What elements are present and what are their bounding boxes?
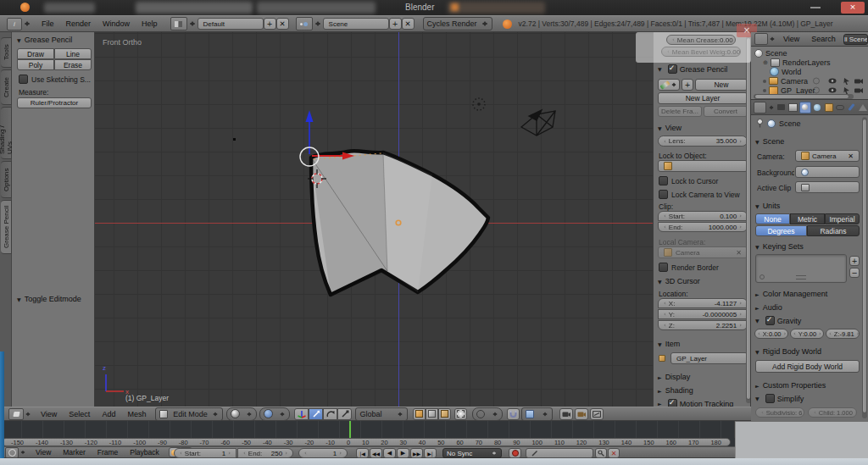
ruler-protractor-button[interactable]: Ruler/Protractor: [17, 97, 92, 108]
viewport-3d[interactable]: z x Front Ortho (1) GP_Layer: [95, 32, 653, 407]
camera-restriction-icons[interactable]: [812, 77, 863, 85]
scene-field[interactable]: Scene: [323, 18, 389, 30]
clip-start-field[interactable]: Start:0.100: [658, 211, 748, 221]
prop-custom-header[interactable]: Custom Properties: [755, 381, 826, 390]
np-gp-brush-dropdown[interactable]: [658, 79, 680, 91]
blurred-tab[interactable]: [136, 2, 253, 14]
frame-end-field[interactable]: End:250: [237, 448, 293, 458]
blurred-tab[interactable]: [448, 2, 545, 14]
lock-to-cursor-row[interactable]: Lock to Cursor: [659, 176, 718, 185]
background-set-field[interactable]: [795, 166, 860, 178]
np-gp-add-button[interactable]: +: [682, 79, 693, 91]
properties-editor-arrows-icon[interactable]: [769, 103, 774, 112]
np-view-header[interactable]: View: [658, 124, 682, 132]
np-new-layer-button[interactable]: New Layer: [658, 92, 748, 104]
clear-camera-icon[interactable]: ✕: [736, 249, 742, 257]
outliner-row-world[interactable]: World: [770, 67, 801, 76]
gp-draw-button[interactable]: Draw: [17, 48, 54, 59]
render-border-row[interactable]: Render Border: [659, 263, 719, 272]
outliner-scope-dropdown[interactable]: All Scenes: [843, 34, 868, 45]
play-reverse-button[interactable]: ◀: [383, 448, 396, 458]
outliner-hscrollbar[interactable]: [754, 94, 849, 99]
prop-gravity-header[interactable]: Gravity: [755, 316, 801, 325]
gravity-checkbox[interactable]: [765, 316, 775, 325]
np-delete-frame-button[interactable]: Delete Fra...: [658, 106, 702, 117]
frame-start-field[interactable]: Start:1: [174, 448, 236, 458]
snap-toggle-button[interactable]: [507, 408, 520, 420]
gravity-z-field[interactable]: Z:-9.81: [826, 329, 860, 339]
clear-scene-camera-icon[interactable]: ✕: [848, 152, 854, 160]
world-tab-icon[interactable]: [813, 102, 822, 113]
insert-keyframe-button[interactable]: [595, 448, 607, 458]
blurred-tab[interactable]: [257, 2, 376, 14]
add-scene-button[interactable]: +: [389, 18, 402, 30]
scene-dropdown-icon[interactable]: [314, 19, 321, 29]
keying-set-field[interactable]: [526, 448, 593, 458]
render-tab-icon[interactable]: [776, 102, 786, 113]
tab-options[interactable]: Options: [1, 161, 12, 198]
mean-bevel-field[interactable]: Mean Bevel Weig:0.00: [661, 47, 741, 57]
item-name-field[interactable]: GP_Layer: [670, 352, 748, 364]
limit-selection-visible-button[interactable]: [454, 408, 467, 420]
tab-grease-pencil[interactable]: Grease Pencil: [1, 200, 12, 254]
viewport-editor-selector[interactable]: [8, 408, 31, 420]
vp-menu-view[interactable]: View: [35, 410, 63, 418]
np-grease-pencil-header[interactable]: Grease Pencil: [658, 64, 727, 74]
gravity-x-field[interactable]: X:0.00: [754, 329, 788, 339]
outliner-editor-selector[interactable]: [754, 33, 776, 45]
np-item-header[interactable]: Item: [658, 340, 680, 348]
prop-keying-header[interactable]: Keying Sets: [755, 242, 804, 251]
sketching-checkbox[interactable]: [19, 75, 28, 84]
active-clip-field[interactable]: [795, 181, 860, 193]
lock-cursor-checkbox[interactable]: [659, 176, 668, 185]
units-degrees-button[interactable]: Degrees: [755, 225, 807, 236]
vp-menu-mesh[interactable]: Mesh: [121, 410, 152, 418]
vertex-select-button[interactable]: [413, 408, 426, 420]
minimize-button[interactable]: [810, 7, 821, 8]
manipulator-rotate-button[interactable]: [323, 408, 337, 420]
editor-type-selector[interactable]: i: [7, 18, 31, 30]
gravity-y-field[interactable]: Y:0.00: [790, 329, 824, 339]
screen-layout-dropdown-icon[interactable]: [189, 19, 196, 29]
menu-window[interactable]: Window: [97, 19, 136, 28]
gp-poly-button[interactable]: Poly: [17, 59, 54, 70]
opengl-render-options-button[interactable]: [590, 408, 604, 420]
prop-scene-header[interactable]: Scene: [755, 137, 784, 146]
render-layers-tab-icon[interactable]: [788, 102, 798, 113]
simplify-subdivision-field[interactable]: Subdivisio: 6: [755, 407, 804, 418]
np-motion-tracking-header[interactable]: Motion Tracking: [658, 399, 733, 407]
simplify-child-field[interactable]: Child: 1.000: [808, 407, 857, 418]
scene-camera-field[interactable]: Camera ✕: [795, 150, 860, 162]
outliner-row-camera[interactable]: Camera: [763, 76, 808, 86]
close-button[interactable]: ×: [841, 2, 865, 14]
next-keyframe-button[interactable]: ▶▶: [410, 448, 423, 458]
blurred-tab[interactable]: [44, 3, 95, 13]
np-shading-header[interactable]: Shading: [658, 386, 693, 395]
lock-camera-row[interactable]: Lock Camera to View: [659, 190, 740, 199]
cursor-y-field[interactable]: Y:-0.0000005: [658, 309, 748, 319]
tab-tools[interactable]: Tools: [1, 37, 12, 68]
play-button[interactable]: ▶: [397, 448, 409, 458]
tab-create[interactable]: Create: [1, 69, 12, 105]
gp-line-button[interactable]: Line: [54, 48, 92, 59]
delete-layout-button[interactable]: ✕: [276, 18, 289, 30]
prop-simplify-header[interactable]: Simplify: [755, 394, 804, 403]
keying-sets-listbox[interactable]: [755, 254, 847, 283]
np-gp-new-button[interactable]: New: [695, 79, 748, 91]
sketching-sessions-row[interactable]: Use Sketching S...: [19, 75, 91, 84]
vp-menu-select[interactable]: Select: [63, 410, 96, 418]
data-tab-icon[interactable]: [859, 102, 868, 113]
clip-end-field[interactable]: End:1000.000: [658, 222, 748, 232]
cursor-x-field[interactable]: X:-4.1127: [658, 298, 748, 308]
lens-field[interactable]: Lens:35.000: [658, 136, 748, 147]
tl-menu-playback[interactable]: Playback: [124, 448, 165, 457]
tab-shading-uvs[interactable]: Shading / UVs: [1, 107, 12, 159]
jump-to-start-button[interactable]: |◀: [356, 448, 369, 458]
units-imperial-button[interactable]: Imperial: [825, 213, 860, 224]
snap-element-dropdown[interactable]: [521, 407, 553, 421]
tl-menu-frame[interactable]: Frame: [92, 448, 125, 457]
keying-add-button[interactable]: +: [849, 256, 860, 266]
modifiers-tab-icon[interactable]: [847, 102, 856, 113]
expand-icon[interactable]: ⊕: [763, 59, 768, 66]
mean-crease-field[interactable]: Mean Crease:0.00: [666, 35, 736, 45]
